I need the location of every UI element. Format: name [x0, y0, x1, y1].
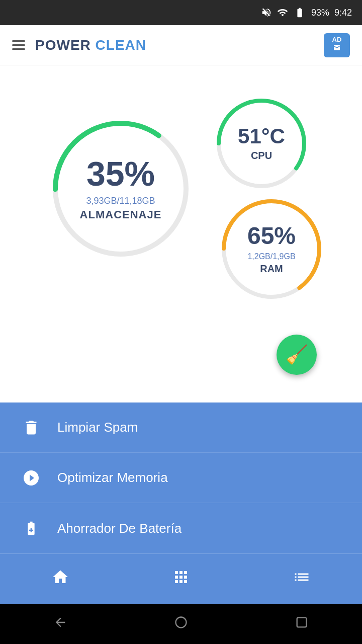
status-bar: 93% 9:42	[0, 0, 362, 25]
storage-label: ALMACENAJE	[80, 208, 162, 221]
recents-button[interactable]	[295, 615, 309, 633]
bottom-nav	[0, 553, 362, 604]
bottom-menu: Limpiar Spam Optimizar Memoria Ahorrador…	[0, 403, 362, 553]
menu-label-battery: Ahorrador De Batería	[57, 521, 182, 536]
speedometer-icon	[20, 467, 42, 489]
ram-text: 65% 1,2GB/1,9GB RAM	[216, 194, 327, 304]
time: 9:42	[334, 8, 352, 18]
storage-text: 35% 3,93GB/11,18GB ALMACENAJE	[45, 113, 196, 264]
nav-home[interactable]	[40, 564, 80, 594]
nav-apps[interactable]	[161, 564, 201, 594]
back-button[interactable]	[53, 615, 67, 633]
header: POWER CLEAN AD	[0, 25, 362, 65]
menu-item-memory[interactable]: Optimizar Memoria	[0, 453, 362, 503]
storage-percent: 35%	[86, 156, 155, 191]
apps-icon	[172, 568, 190, 590]
cpu-temp: 51°C	[238, 126, 285, 147]
app-title: POWER CLEAN	[35, 37, 146, 53]
ram-label: RAM	[260, 263, 283, 275]
menu-item-spam[interactable]: Limpiar Spam	[0, 403, 362, 453]
main-content: 35% 3,93GB/11,18GB ALMACENAJE 51°C CPU 6…	[0, 65, 362, 403]
ram-detail: 1,2GB/1,9GB	[247, 252, 295, 261]
list-icon	[293, 568, 311, 590]
svg-rect-7	[297, 617, 307, 627]
wifi-icon	[277, 7, 288, 18]
cpu-text: 51°C CPU	[211, 93, 312, 194]
battery-status-icon	[293, 7, 306, 18]
menu-label-memory: Optimizar Memoria	[57, 470, 168, 486]
battery-saver-icon	[20, 517, 42, 539]
header-left: POWER CLEAN	[12, 37, 146, 53]
ad-label: AD	[331, 36, 343, 43]
status-icons: 93% 9:42	[261, 7, 352, 18]
circles-container: 35% 3,93GB/11,18GB ALMACENAJE 51°C CPU 6…	[30, 83, 332, 385]
home-button[interactable]	[174, 615, 188, 633]
menu-button[interactable]	[12, 40, 25, 50]
store-icon	[331, 43, 343, 52]
cpu-label: CPU	[251, 150, 272, 162]
clean-fab-button[interactable]: 🧹	[277, 335, 317, 375]
home-icon	[51, 568, 69, 590]
svg-point-6	[176, 617, 187, 627]
ram-percent: 65%	[247, 224, 296, 248]
trash-icon	[20, 417, 42, 439]
menu-item-battery[interactable]: Ahorrador De Batería	[0, 503, 362, 553]
storage-detail: 3,93GB/11,18GB	[86, 196, 155, 206]
broom-icon: 🧹	[286, 344, 308, 365]
battery-percent: 93%	[311, 8, 329, 18]
nav-list[interactable]	[282, 564, 322, 594]
menu-label-spam: Limpiar Spam	[57, 420, 138, 435]
android-nav	[0, 604, 362, 644]
mute-icon	[261, 7, 272, 18]
ad-button[interactable]: AD	[324, 33, 350, 57]
